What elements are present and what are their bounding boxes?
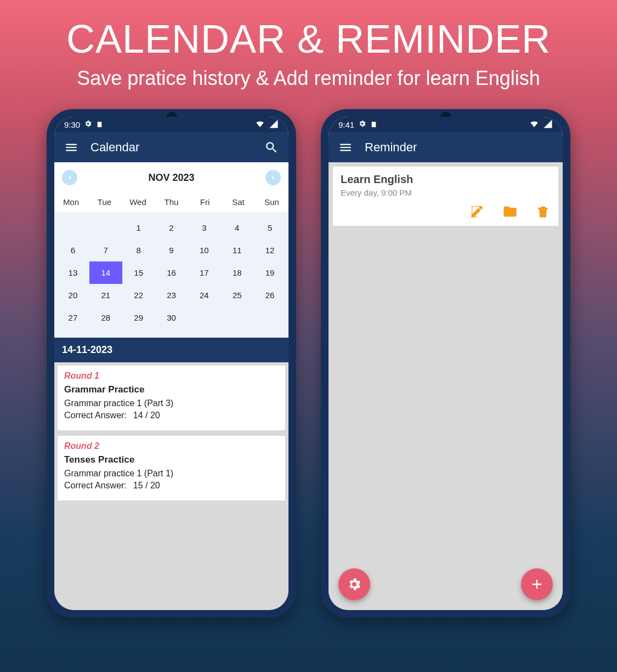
- hero-subtitle: Save pratice history & Add reminder for …: [22, 67, 595, 90]
- calendar-widget: NOV 2023 MonTueWedThuFriSatSun 123456789…: [54, 162, 288, 338]
- trash-icon[interactable]: [535, 204, 551, 219]
- history-list: Round 1Grammar PracticeGrammar practice …: [54, 362, 288, 610]
- calendar-day[interactable]: 5: [253, 217, 286, 239]
- card-status-icon: [370, 120, 377, 129]
- calendar-day[interactable]: 3: [188, 217, 220, 239]
- dow-cell: Tue: [88, 192, 121, 212]
- practice-detail: Grammar practice 1 (Part 3): [64, 398, 279, 408]
- calendar-day[interactable]: 21: [89, 284, 122, 306]
- menu-icon[interactable]: [338, 140, 353, 155]
- app-title: Reminder: [365, 140, 417, 155]
- calendar-day: [89, 217, 122, 239]
- round-label: Round 1: [64, 371, 279, 381]
- svg-rect-0: [98, 122, 102, 127]
- calendar-day[interactable]: 23: [155, 284, 188, 306]
- calendar-day[interactable]: 15: [122, 261, 155, 284]
- calendar-day[interactable]: 18: [220, 261, 253, 284]
- menu-icon[interactable]: [64, 140, 78, 155]
- calendar-day[interactable]: 26: [253, 284, 286, 306]
- calendar-day[interactable]: 14: [89, 261, 122, 284]
- dow-cell: Mon: [54, 192, 88, 212]
- status-bar: 9:41: [329, 117, 563, 132]
- reminder-title: Learn English: [341, 173, 551, 186]
- status-time: 9:41: [338, 120, 354, 129]
- reminder-schedule: Every day, 9:00 PM: [341, 188, 551, 197]
- calendar-day[interactable]: 9: [155, 239, 188, 261]
- folder-icon[interactable]: [502, 204, 518, 219]
- dow-cell: Sun: [255, 192, 288, 212]
- practice-title: Tenses Practice: [64, 454, 279, 465]
- signal-icon: [543, 119, 553, 130]
- dow-cell: Fri: [188, 192, 222, 212]
- wifi-icon: [529, 119, 539, 130]
- calendar-day: [188, 306, 220, 329]
- phone-calendar: 9:30 Calendar: [47, 109, 296, 618]
- prev-month-button[interactable]: [62, 170, 77, 185]
- calendar-day[interactable]: 27: [56, 306, 89, 329]
- calendar-day: [220, 306, 253, 329]
- calendar-day[interactable]: 1: [122, 217, 155, 239]
- history-card[interactable]: Round 1Grammar PracticeGrammar practice …: [58, 366, 285, 430]
- add-fab[interactable]: [521, 568, 553, 600]
- history-card[interactable]: Round 2Tenses PracticeGrammar practice 1…: [58, 436, 285, 500]
- calendar-day[interactable]: 19: [253, 261, 286, 284]
- calendar-day[interactable]: 28: [89, 306, 122, 329]
- status-bar: 9:30: [54, 117, 288, 132]
- calendar-day[interactable]: 22: [122, 284, 155, 306]
- practice-detail: Grammar practice 1 (Part 1): [64, 469, 279, 479]
- reminder-card[interactable]: Learn English Every day, 9:00 PM: [333, 167, 558, 226]
- calendar-day[interactable]: 17: [188, 261, 220, 284]
- calendar-day[interactable]: 11: [220, 239, 253, 261]
- calendar-day[interactable]: 7: [89, 239, 122, 261]
- score-line: Correct Answer:14 / 20: [64, 411, 279, 420]
- app-title: Calendar: [90, 140, 139, 155]
- calendar-day[interactable]: 13: [56, 261, 89, 284]
- status-time: 9:30: [64, 120, 80, 129]
- card-status-icon: [96, 120, 103, 129]
- selected-date-bar: 14-11-2023: [54, 338, 288, 362]
- search-icon[interactable]: [264, 140, 279, 155]
- dow-cell: Sat: [222, 192, 255, 212]
- calendar-day[interactable]: 29: [122, 306, 155, 329]
- app-bar: Reminder: [329, 132, 563, 162]
- calendar-day[interactable]: 6: [56, 239, 89, 261]
- calendar-day[interactable]: 10: [188, 239, 220, 261]
- practice-title: Grammar Practice: [64, 384, 279, 395]
- month-label: NOV 2023: [148, 172, 194, 184]
- calendar-day[interactable]: 2: [155, 217, 188, 239]
- edit-icon[interactable]: [469, 204, 485, 219]
- calendar-day: [56, 217, 89, 239]
- score-line: Correct Answer:15 / 20: [64, 481, 279, 491]
- calendar-day[interactable]: 8: [122, 239, 155, 261]
- dow-cell: Wed: [121, 192, 155, 212]
- signal-icon: [269, 119, 279, 130]
- app-bar: Calendar: [54, 132, 288, 162]
- gear-status-icon: [84, 119, 92, 129]
- hero-title: CALENDAR & REMINDER: [22, 16, 595, 61]
- calendar-day[interactable]: 20: [56, 284, 89, 306]
- calendar-day[interactable]: 4: [220, 217, 253, 239]
- settings-fab[interactable]: [338, 568, 370, 600]
- calendar-day[interactable]: 24: [188, 284, 220, 306]
- svg-rect-1: [372, 122, 376, 127]
- calendar-day[interactable]: 16: [155, 261, 188, 284]
- calendar-day[interactable]: 30: [155, 306, 188, 329]
- calendar-day[interactable]: 12: [253, 239, 286, 261]
- phone-reminder: 9:41 Reminder: [321, 109, 570, 618]
- dow-cell: Thu: [155, 192, 188, 212]
- round-label: Round 2: [64, 441, 279, 451]
- calendar-day[interactable]: 25: [220, 284, 253, 306]
- wifi-icon: [255, 119, 265, 130]
- gear-status-icon: [358, 119, 366, 129]
- next-month-button[interactable]: [265, 170, 281, 185]
- calendar-day: [253, 306, 286, 329]
